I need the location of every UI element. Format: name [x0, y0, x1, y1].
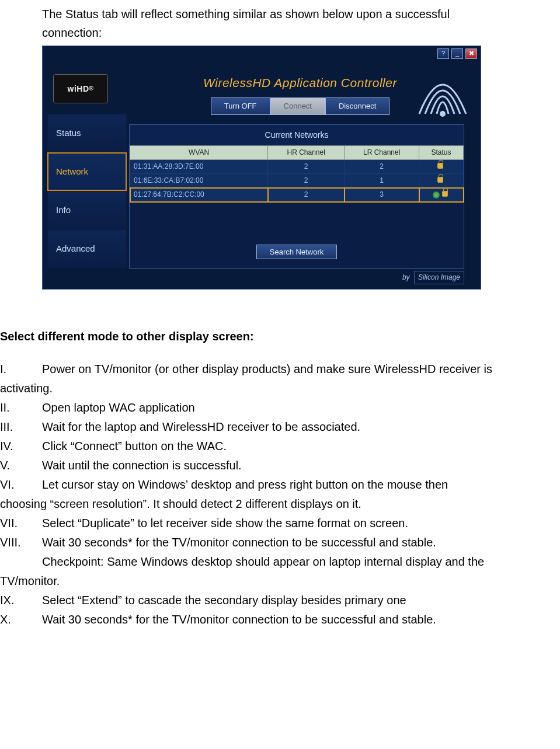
step-number: II.: [0, 398, 42, 417]
disconnect-button[interactable]: Disconnect: [325, 97, 389, 116]
networks-panel: Current Networks WVAN HR Channel LR Chan…: [129, 124, 464, 268]
app-window: ? _ ✖ wiHD® Status Network Info Advanced: [42, 46, 481, 290]
turn-off-button[interactable]: Turn OFF: [211, 97, 270, 116]
step-text: Select “Duplicate” to let receiver side …: [42, 514, 560, 533]
step-text: Checkpoint: Same Windows desktop should …: [42, 552, 560, 572]
step-number: VIII.: [0, 533, 42, 552]
step-number: I.: [0, 360, 42, 379]
step-text: Wait 30 seconds* for the TV/monitor conn…: [42, 610, 560, 629]
silicon-image-logo: Silicon Image: [414, 271, 464, 284]
search-network-button[interactable]: Search Network: [256, 245, 337, 259]
col-wvan: WVAN: [130, 145, 268, 159]
step-text: TV/monitor.: [0, 572, 560, 591]
step-number: IX.: [0, 591, 42, 610]
col-lr: LR Channel: [345, 145, 419, 159]
svg-point-0: [440, 111, 446, 117]
step-number: V.: [0, 456, 42, 475]
step-text: Open laptop WAC application: [42, 398, 560, 417]
connect-button[interactable]: Connect: [270, 97, 325, 116]
section-heading: Select different mode to other display s…: [0, 327, 560, 346]
close-icon[interactable]: ✖: [465, 48, 477, 59]
networks-table: WVAN HR Channel LR Channel Status 01:31:…: [130, 145, 464, 203]
step-text: choosing “screen resolution”. It should …: [0, 494, 560, 514]
step-text: Let cursor stay on Windows’ desktop and …: [42, 475, 560, 494]
footer-brand: by Silicon Image: [129, 269, 471, 289]
step-number: III.: [0, 417, 42, 437]
speaker-icon: [433, 191, 440, 198]
lock-icon: [442, 191, 448, 197]
step-text: Wait until the connection is successful.: [42, 456, 560, 475]
wihd-logo: wiHD®: [53, 74, 108, 103]
step-text: activating.: [0, 379, 560, 398]
step-text: Power on TV/monitor (or other display pr…: [42, 360, 560, 379]
step-text: Select “Extend” to cascade the secondary…: [42, 591, 560, 610]
table-row[interactable]: 01:31:AA:28:3D:7E:00 2 2: [130, 159, 464, 173]
step-number: IV.: [0, 437, 42, 456]
intro-text: The Status tab will reflect something si…: [42, 5, 468, 42]
minimize-icon[interactable]: _: [451, 48, 463, 59]
col-hr: HR Channel: [268, 145, 345, 159]
step-text: Wait for the laptop and WirelessHD recei…: [42, 417, 560, 437]
step-number: VI.: [0, 475, 42, 494]
titlebar: ? _ ✖: [43, 46, 481, 60]
lock-icon: [437, 163, 443, 169]
lock-icon: [437, 177, 443, 183]
tab-advanced[interactable]: Advanced: [47, 229, 127, 268]
wireless-signal-icon: [411, 67, 475, 120]
tab-status[interactable]: Status: [47, 114, 127, 152]
tab-network[interactable]: Network: [47, 152, 127, 191]
networks-panel-title: Current Networks: [130, 125, 464, 145]
table-row[interactable]: 01:27:64:7B:C2:CC:00 2 3: [130, 188, 464, 202]
step-text: Wait 30 seconds* for the TV/monitor conn…: [42, 533, 560, 552]
help-icon[interactable]: ?: [437, 48, 449, 59]
table-row[interactable]: 01:6E:33:CA:B7:02:00 2 1: [130, 174, 464, 188]
tab-info[interactable]: Info: [47, 191, 127, 229]
col-status: Status: [419, 145, 464, 159]
step-number: VII.: [0, 514, 42, 533]
step-number: X.: [0, 610, 42, 629]
step-text: Click “Connect” button on the WAC.: [42, 437, 560, 456]
